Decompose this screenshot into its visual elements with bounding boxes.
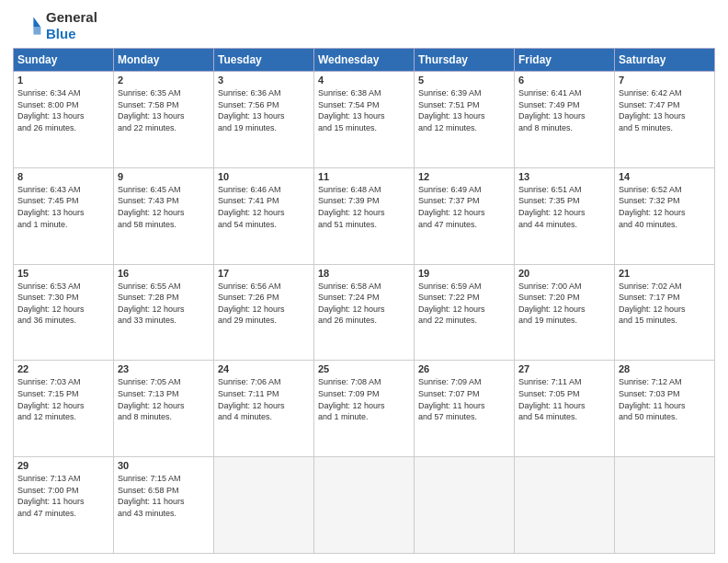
calendar-day-cell: 15Sunrise: 6:53 AM Sunset: 7:30 PM Dayli… xyxy=(14,264,114,361)
svg-marker-1 xyxy=(33,28,40,35)
day-info: Sunrise: 6:35 AM Sunset: 7:58 PM Dayligh… xyxy=(118,87,210,133)
day-number: 17 xyxy=(218,268,310,279)
day-info: Sunrise: 7:13 AM Sunset: 7:00 PM Dayligh… xyxy=(17,473,109,519)
calendar-week-row: 1Sunrise: 6:34 AM Sunset: 8:00 PM Daylig… xyxy=(14,72,715,168)
day-number: 24 xyxy=(218,363,310,374)
day-info: Sunrise: 6:38 AM Sunset: 7:54 PM Dayligh… xyxy=(318,87,410,133)
day-info: Sunrise: 7:02 AM Sunset: 7:17 PM Dayligh… xyxy=(619,281,711,327)
day-info: Sunrise: 6:42 AM Sunset: 7:47 PM Dayligh… xyxy=(619,87,711,133)
calendar-day-cell xyxy=(415,457,515,554)
calendar-day-cell: 6Sunrise: 6:41 AM Sunset: 7:49 PM Daylig… xyxy=(515,72,615,168)
weekday-header: Friday xyxy=(515,49,615,72)
day-info: Sunrise: 7:06 AM Sunset: 7:11 PM Dayligh… xyxy=(218,376,310,422)
calendar-week-row: 8Sunrise: 6:43 AM Sunset: 7:45 PM Daylig… xyxy=(14,167,715,264)
calendar-day-cell xyxy=(314,457,415,554)
calendar-day-cell: 26Sunrise: 7:09 AM Sunset: 7:07 PM Dayli… xyxy=(415,361,515,457)
calendar-day-cell xyxy=(214,457,314,554)
day-number: 15 xyxy=(17,268,109,279)
day-number: 16 xyxy=(118,268,210,279)
calendar-day-cell: 12Sunrise: 6:49 AM Sunset: 7:37 PM Dayli… xyxy=(415,167,515,264)
day-number: 11 xyxy=(318,171,410,182)
calendar-day-cell: 25Sunrise: 7:08 AM Sunset: 7:09 PM Dayli… xyxy=(314,361,415,457)
calendar-day-cell: 30Sunrise: 7:15 AM Sunset: 6:58 PM Dayli… xyxy=(114,457,214,554)
calendar-day-cell: 8Sunrise: 6:43 AM Sunset: 7:45 PM Daylig… xyxy=(14,167,114,264)
day-number: 1 xyxy=(17,75,109,86)
day-info: Sunrise: 6:41 AM Sunset: 7:49 PM Dayligh… xyxy=(518,87,610,133)
day-number: 27 xyxy=(518,363,610,374)
day-info: Sunrise: 7:11 AM Sunset: 7:05 PM Dayligh… xyxy=(518,376,610,422)
day-number: 19 xyxy=(418,268,510,279)
day-info: Sunrise: 6:34 AM Sunset: 8:00 PM Dayligh… xyxy=(17,87,109,133)
calendar-day-cell: 13Sunrise: 6:51 AM Sunset: 7:35 PM Dayli… xyxy=(515,167,615,264)
weekday-header: Sunday xyxy=(14,49,114,72)
day-number: 5 xyxy=(418,75,510,86)
day-number: 14 xyxy=(619,171,711,182)
day-info: Sunrise: 6:58 AM Sunset: 7:24 PM Dayligh… xyxy=(318,281,410,327)
calendar-day-cell: 21Sunrise: 7:02 AM Sunset: 7:17 PM Dayli… xyxy=(615,264,715,361)
day-info: Sunrise: 6:49 AM Sunset: 7:37 PM Dayligh… xyxy=(418,184,510,230)
calendar-day-cell: 1Sunrise: 6:34 AM Sunset: 8:00 PM Daylig… xyxy=(14,72,114,168)
calendar-day-cell: 16Sunrise: 6:55 AM Sunset: 7:28 PM Dayli… xyxy=(114,264,214,361)
calendar-day-cell: 29Sunrise: 7:13 AM Sunset: 7:00 PM Dayli… xyxy=(14,457,114,554)
day-number: 9 xyxy=(118,171,210,182)
day-info: Sunrise: 6:59 AM Sunset: 7:22 PM Dayligh… xyxy=(418,281,510,327)
day-info: Sunrise: 6:48 AM Sunset: 7:39 PM Dayligh… xyxy=(318,184,410,230)
day-number: 7 xyxy=(619,75,711,86)
day-number: 28 xyxy=(619,363,711,374)
day-number: 6 xyxy=(518,75,610,86)
calendar-day-cell: 24Sunrise: 7:06 AM Sunset: 7:11 PM Dayli… xyxy=(214,361,314,457)
calendar-day-cell: 10Sunrise: 6:46 AM Sunset: 7:41 PM Dayli… xyxy=(214,167,314,264)
logo-text: General Blue xyxy=(46,9,97,42)
calendar-day-cell: 5Sunrise: 6:39 AM Sunset: 7:51 PM Daylig… xyxy=(415,72,515,168)
calendar-week-row: 29Sunrise: 7:13 AM Sunset: 7:00 PM Dayli… xyxy=(14,457,715,554)
day-number: 22 xyxy=(17,363,109,374)
day-number: 25 xyxy=(318,363,410,374)
day-number: 4 xyxy=(318,75,410,86)
day-number: 3 xyxy=(218,75,310,86)
calendar-day-cell: 19Sunrise: 6:59 AM Sunset: 7:22 PM Dayli… xyxy=(415,264,515,361)
svg-marker-0 xyxy=(33,17,40,27)
calendar-day-cell: 28Sunrise: 7:12 AM Sunset: 7:03 PM Dayli… xyxy=(615,361,715,457)
calendar-header-row: SundayMondayTuesdayWednesdayThursdayFrid… xyxy=(14,49,715,72)
day-number: 12 xyxy=(418,171,510,182)
header: General Blue xyxy=(13,9,715,42)
day-number: 13 xyxy=(518,171,610,182)
day-number: 21 xyxy=(619,268,711,279)
day-info: Sunrise: 6:36 AM Sunset: 7:56 PM Dayligh… xyxy=(218,87,310,133)
day-info: Sunrise: 6:51 AM Sunset: 7:35 PM Dayligh… xyxy=(518,184,610,230)
calendar-day-cell xyxy=(615,457,715,554)
day-info: Sunrise: 7:12 AM Sunset: 7:03 PM Dayligh… xyxy=(619,376,711,422)
day-info: Sunrise: 6:52 AM Sunset: 7:32 PM Dayligh… xyxy=(619,184,711,230)
day-number: 29 xyxy=(17,460,109,471)
weekday-header: Thursday xyxy=(415,49,515,72)
calendar-day-cell: 4Sunrise: 6:38 AM Sunset: 7:54 PM Daylig… xyxy=(314,72,415,168)
page: General Blue SundayMondayTuesdayWednesda… xyxy=(0,0,728,563)
day-info: Sunrise: 6:46 AM Sunset: 7:41 PM Dayligh… xyxy=(218,184,310,230)
day-info: Sunrise: 6:45 AM Sunset: 7:43 PM Dayligh… xyxy=(118,184,210,230)
calendar-day-cell: 2Sunrise: 6:35 AM Sunset: 7:58 PM Daylig… xyxy=(114,72,214,168)
day-info: Sunrise: 7:00 AM Sunset: 7:20 PM Dayligh… xyxy=(518,281,610,327)
calendar-day-cell: 14Sunrise: 6:52 AM Sunset: 7:32 PM Dayli… xyxy=(615,167,715,264)
weekday-header: Wednesday xyxy=(314,49,415,72)
day-info: Sunrise: 7:09 AM Sunset: 7:07 PM Dayligh… xyxy=(418,376,510,422)
day-info: Sunrise: 6:53 AM Sunset: 7:30 PM Dayligh… xyxy=(17,281,109,327)
weekday-header: Tuesday xyxy=(214,49,314,72)
weekday-header: Saturday xyxy=(615,49,715,72)
calendar-day-cell: 20Sunrise: 7:00 AM Sunset: 7:20 PM Dayli… xyxy=(515,264,615,361)
day-info: Sunrise: 7:15 AM Sunset: 6:58 PM Dayligh… xyxy=(118,473,210,519)
calendar-day-cell: 17Sunrise: 6:56 AM Sunset: 7:26 PM Dayli… xyxy=(214,264,314,361)
day-info: Sunrise: 7:08 AM Sunset: 7:09 PM Dayligh… xyxy=(318,376,410,422)
calendar-day-cell: 11Sunrise: 6:48 AM Sunset: 7:39 PM Dayli… xyxy=(314,167,415,264)
calendar-day-cell: 9Sunrise: 6:45 AM Sunset: 7:43 PM Daylig… xyxy=(114,167,214,264)
logo-icon xyxy=(13,11,42,40)
calendar-day-cell: 3Sunrise: 6:36 AM Sunset: 7:56 PM Daylig… xyxy=(214,72,314,168)
calendar-day-cell: 27Sunrise: 7:11 AM Sunset: 7:05 PM Dayli… xyxy=(515,361,615,457)
calendar-week-row: 15Sunrise: 6:53 AM Sunset: 7:30 PM Dayli… xyxy=(14,264,715,361)
calendar-day-cell: 23Sunrise: 7:05 AM Sunset: 7:13 PM Dayli… xyxy=(114,361,214,457)
day-number: 18 xyxy=(318,268,410,279)
day-number: 10 xyxy=(218,171,310,182)
day-info: Sunrise: 7:05 AM Sunset: 7:13 PM Dayligh… xyxy=(118,376,210,422)
day-info: Sunrise: 6:56 AM Sunset: 7:26 PM Dayligh… xyxy=(218,281,310,327)
day-number: 20 xyxy=(518,268,610,279)
calendar-week-row: 22Sunrise: 7:03 AM Sunset: 7:15 PM Dayli… xyxy=(14,361,715,457)
